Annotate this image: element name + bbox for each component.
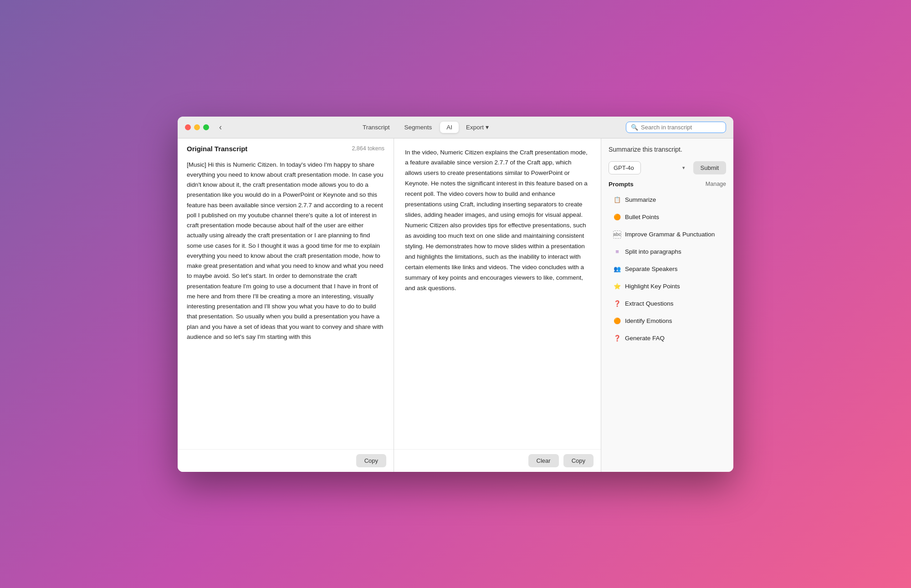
maximize-button[interactable] bbox=[203, 124, 209, 130]
middle-panel-footer: Clear Copy bbox=[394, 449, 601, 472]
prompt-improve-grammar[interactable]: abc Improve Grammar & Punctuation bbox=[609, 227, 726, 242]
left-panel-body: [Music] Hi this is Numeric Citizen. In t… bbox=[178, 157, 394, 449]
panel-original-transcript: Original Transcript 2,864 tokens [Music]… bbox=[178, 138, 394, 472]
model-select-wrap: GPT-4o GPT-3.5 Claude Gemini bbox=[609, 161, 690, 174]
minimize-button[interactable] bbox=[194, 124, 200, 130]
prompt-summarize[interactable]: 📋 Summarize bbox=[609, 192, 726, 208]
highlight-key-points-icon: ⭐ bbox=[613, 282, 621, 291]
close-button[interactable] bbox=[185, 124, 191, 130]
prompt-extract-questions[interactable]: ❓ Extract Questions bbox=[609, 296, 726, 312]
prompts-label: Prompts bbox=[609, 181, 634, 188]
traffic-lights bbox=[185, 124, 209, 130]
prompt-list: 📋 Summarize 🟠 Bullet Points abc Improve … bbox=[609, 192, 726, 472]
copy-transcript-button[interactable]: Copy bbox=[356, 454, 386, 467]
middle-panel-body: In the video, Numeric Citizen explains t… bbox=[394, 138, 601, 449]
search-icon: 🔍 bbox=[631, 124, 638, 131]
manage-link[interactable]: Manage bbox=[706, 181, 726, 187]
model-select-row: GPT-4o GPT-3.5 Claude Gemini Submit bbox=[609, 161, 726, 174]
search-input[interactable] bbox=[641, 124, 721, 131]
generate-faq-icon: ❓ bbox=[613, 334, 621, 343]
prompt-split-paragraphs-label: Split into paragraphs bbox=[625, 248, 681, 255]
back-button[interactable]: ‹ bbox=[216, 122, 225, 133]
tab-segments[interactable]: Segments bbox=[398, 122, 438, 133]
prompt-separate-speakers-label: Separate Speakers bbox=[625, 266, 678, 272]
left-panel-header: Original Transcript 2,864 tokens bbox=[178, 138, 394, 157]
search-box: 🔍 bbox=[626, 122, 726, 133]
split-paragraphs-icon: ≡ bbox=[613, 248, 621, 256]
panel-ai-summary: In the video, Numeric Citizen explains t… bbox=[394, 138, 601, 472]
bullet-points-icon: 🟠 bbox=[613, 213, 621, 221]
main-content: Original Transcript 2,864 tokens [Music]… bbox=[178, 138, 733, 472]
prompt-highlight-key-points[interactable]: ⭐ Highlight Key Points bbox=[609, 279, 726, 294]
identify-emotions-icon: 🟠 bbox=[613, 317, 621, 325]
prompt-summarize-label: Summarize bbox=[625, 196, 656, 203]
ai-panel-title: Summarize this transcript. bbox=[609, 146, 726, 155]
prompts-section-header: Prompts Manage bbox=[609, 181, 726, 188]
clear-button[interactable]: Clear bbox=[528, 454, 559, 467]
copy-summary-button[interactable]: Copy bbox=[563, 454, 594, 467]
extract-questions-icon: ❓ bbox=[613, 300, 621, 308]
submit-button[interactable]: Submit bbox=[693, 161, 726, 174]
prompt-identify-emotions[interactable]: 🟠 Identify Emotions bbox=[609, 313, 726, 329]
nav-tabs: Transcript Segments AI Export ▾ bbox=[230, 121, 620, 133]
summarize-icon: 📋 bbox=[613, 196, 621, 204]
prompt-split-paragraphs[interactable]: ≡ Split into paragraphs bbox=[609, 244, 726, 260]
prompt-identify-emotions-label: Identify Emotions bbox=[625, 317, 672, 324]
model-select[interactable]: GPT-4o GPT-3.5 Claude Gemini bbox=[609, 161, 641, 174]
prompt-bullet-points[interactable]: 🟠 Bullet Points bbox=[609, 210, 726, 225]
app-window: ‹ Transcript Segments AI Export ▾ 🔍 Orig… bbox=[178, 117, 733, 472]
tab-ai[interactable]: AI bbox=[440, 122, 459, 133]
token-count: 2,864 tokens bbox=[352, 145, 384, 152]
prompt-generate-faq-label: Generate FAQ bbox=[625, 335, 665, 342]
prompt-improve-grammar-label: Improve Grammar & Punctuation bbox=[625, 231, 715, 238]
summary-text: In the video, Numeric Citizen explains t… bbox=[405, 148, 590, 294]
titlebar: ‹ Transcript Segments AI Export ▾ 🔍 bbox=[178, 117, 733, 138]
separate-speakers-icon: 👥 bbox=[613, 265, 621, 273]
tab-export[interactable]: Export ▾ bbox=[461, 121, 494, 133]
transcript-text: [Music] Hi this is Numeric Citizen. In t… bbox=[187, 160, 384, 343]
tab-transcript[interactable]: Transcript bbox=[356, 122, 396, 133]
prompt-bullet-points-label: Bullet Points bbox=[625, 214, 659, 220]
left-panel-title: Original Transcript bbox=[187, 145, 247, 153]
prompt-separate-speakers[interactable]: 👥 Separate Speakers bbox=[609, 261, 726, 277]
prompt-generate-faq[interactable]: ❓ Generate FAQ bbox=[609, 331, 726, 346]
left-panel-footer: Copy bbox=[178, 449, 394, 472]
prompt-highlight-key-points-label: Highlight Key Points bbox=[625, 283, 680, 290]
prompt-extract-questions-label: Extract Questions bbox=[625, 300, 674, 307]
export-chevron-icon: ▾ bbox=[486, 123, 489, 131]
improve-grammar-icon: abc bbox=[613, 230, 621, 239]
panel-ai-prompts: Summarize this transcript. GPT-4o GPT-3.… bbox=[601, 138, 733, 472]
export-label: Export bbox=[466, 124, 484, 131]
